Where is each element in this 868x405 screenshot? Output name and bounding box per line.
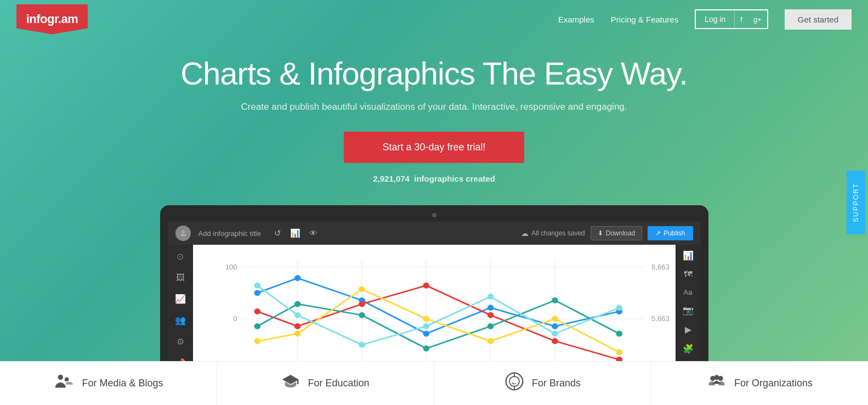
brands-label: For Brands [532,378,581,389]
svg-point-44 [294,331,300,337]
sidebar-chart-icon[interactable]: 📈 [175,294,186,304]
svg-point-27 [552,323,558,329]
stats-number: 2,921,074 [373,174,410,183]
user-avatar [175,226,191,241]
svg-point-56 [616,305,622,311]
right-chart-icon[interactable]: 📊 [683,250,694,261]
svg-point-48 [552,316,558,322]
google-icon[interactable]: g+ [748,11,767,28]
svg-point-42 [616,331,622,337]
login-group: Log in f g+ [695,9,768,29]
login-button[interactable]: Log in [696,10,734,28]
nav-examples[interactable]: Examples [558,15,594,24]
svg-point-29 [254,308,260,314]
svg-text:8,663: 8,663 [651,263,670,271]
download-button[interactable]: ⬇ Download [591,226,642,240]
nav-right: Examples Pricing & Features Log in f g+ … [558,9,852,30]
svg-point-36 [254,323,260,329]
bottom-item-brands[interactable]: For Brands [434,362,651,405]
eye-icon[interactable]: 👁 [309,228,317,238]
right-plugin-icon[interactable]: 🧩 [683,344,694,354]
sidebar-settings-icon[interactable]: ⚙ [177,336,184,347]
svg-text:0: 0 [233,316,237,323]
svg-point-26 [487,305,493,311]
bottom-nav-bar: For Media & Blogs For Education [0,361,868,405]
right-video-icon[interactable]: ▶ [685,324,691,335]
header: infogr.am Examples Pricing & Features Lo… [0,0,868,38]
hero-title: Charts & Infographics The Easy Way. [180,55,688,92]
publish-button[interactable]: ↗ Publish [648,226,693,240]
svg-point-39 [423,346,429,352]
svg-point-45 [359,286,365,292]
share-icon: ↗ [655,229,661,237]
svg-point-43 [254,338,260,344]
svg-point-58 [65,377,69,381]
education-label: For Education [308,378,369,389]
svg-point-38 [359,312,365,318]
svg-point-53 [423,323,429,329]
laptop-camera [432,213,436,217]
svg-text:100: 100 [225,263,237,271]
svg-text:5,663: 5,663 [651,316,670,323]
svg-point-40 [487,323,493,329]
svg-point-25 [423,331,429,337]
right-map-icon[interactable]: 🗺 [684,269,693,279]
svg-point-41 [552,297,558,303]
logo-text: infogr.am [26,12,78,26]
svg-point-60 [509,376,519,386]
svg-point-50 [254,283,260,289]
trial-button[interactable]: Start a 30-day free trial! [344,132,524,163]
brands-icon [504,372,524,395]
nav-pricing[interactable]: Pricing & Features [611,15,678,24]
svg-point-30 [294,323,300,329]
media-icon [53,371,74,396]
hero-section: Charts & Infographics The Easy Way. Crea… [0,0,868,405]
svg-point-22 [254,290,260,296]
sidebar-users-icon[interactable]: 👥 [175,315,186,325]
sidebar-clock-icon[interactable]: ⊙ [177,251,184,262]
organizations-icon [707,372,727,395]
svg-point-46 [423,316,429,322]
svg-point-52 [359,342,365,348]
facebook-icon[interactable]: f [735,11,748,28]
svg-point-47 [487,338,493,344]
svg-point-31 [359,301,365,307]
chart-icon[interactable]: 📊 [290,228,300,238]
right-camera-icon[interactable]: 📷 [683,305,694,316]
svg-point-51 [294,312,300,318]
support-tab[interactable]: SUPPORT [847,171,865,234]
svg-point-23 [294,275,300,281]
svg-point-54 [487,294,493,300]
sidebar-image-icon[interactable]: 🖼 [176,273,185,283]
bottom-item-education[interactable]: For Education [217,362,434,405]
svg-point-55 [552,331,558,337]
svg-point-0 [181,230,184,233]
bottom-item-media[interactable]: For Media & Blogs [0,362,217,405]
app-toolbar: Add infographic title ↺ 📊 👁 ☁ All change… [168,222,701,245]
svg-point-32 [423,283,429,289]
organizations-label: For Organizations [734,378,813,389]
download-icon: ⬇ [598,229,603,237]
svg-point-49 [616,349,622,355]
logo[interactable]: infogr.am [16,4,88,35]
media-label: For Media & Blogs [82,378,163,389]
hero-subtitle: Create and publish beautiful visualizati… [241,102,627,113]
right-text-icon[interactable]: Aa [684,288,693,296]
toolbar-right: ☁ All changes saved ⬇ Download ↗ Publish [521,226,693,240]
stats-text: 2,921,074 infographics created [373,174,495,183]
svg-point-34 [552,338,558,344]
bottom-item-organizations[interactable]: For Organizations [651,362,868,405]
saved-status: ☁ All changes saved [521,229,585,238]
svg-point-37 [294,301,300,307]
stats-label: infographics created [414,174,495,183]
svg-point-65 [714,375,719,380]
svg-point-57 [58,375,64,380]
get-started-button[interactable]: Get started [785,9,852,30]
history-icon[interactable]: ↺ [274,228,281,238]
education-icon [281,372,300,395]
svg-point-33 [487,312,493,318]
infographic-title-input[interactable]: Add infographic title [198,229,261,238]
toolbar-icons: ↺ 📊 👁 [274,228,317,238]
